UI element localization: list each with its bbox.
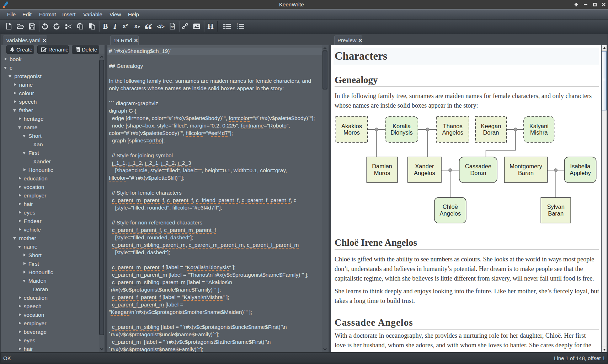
svg-text:Baran: Baran <box>548 210 564 217</box>
svg-text:Xander: Xander <box>415 163 434 169</box>
svg-text:3: 3 <box>237 27 238 29</box>
svg-text:Chloë: Chloë <box>443 203 458 210</box>
svg-text:Dionysis: Dionysis <box>390 129 412 136</box>
svg-text:Appleby: Appleby <box>570 170 591 176</box>
svg-text:Kalyani: Kalyani <box>529 123 549 129</box>
svg-text:Montgomery: Montgomery <box>510 163 542 169</box>
svg-text:Keegan: Keegan <box>481 123 501 129</box>
svg-text:Angelos: Angelos <box>440 210 461 217</box>
svg-text:</>: </> <box>171 25 175 28</box>
svg-text:Akakios: Akakios <box>341 123 362 129</box>
svg-text:Moros: Moros <box>374 170 390 176</box>
svg-text:Koralia: Koralia <box>393 123 411 129</box>
svg-text:Thanos: Thanos <box>443 123 463 129</box>
svg-text:Baran: Baran <box>518 170 534 176</box>
svg-text:Angelos: Angelos <box>414 170 435 176</box>
svg-text:Moros: Moros <box>343 129 360 136</box>
svg-text:Sylvan: Sylvan <box>547 203 565 210</box>
svg-text:Cassadee: Cassadee <box>465 163 491 169</box>
svg-text:Doran: Doran <box>483 129 499 136</box>
svg-text:Isabella: Isabella <box>570 163 591 169</box>
svg-text:Mishra: Mishra <box>530 129 548 136</box>
svg-text:Damian: Damian <box>372 163 392 169</box>
svg-text:Angelos: Angelos <box>442 129 463 136</box>
svg-text:Doran: Doran <box>470 170 486 176</box>
